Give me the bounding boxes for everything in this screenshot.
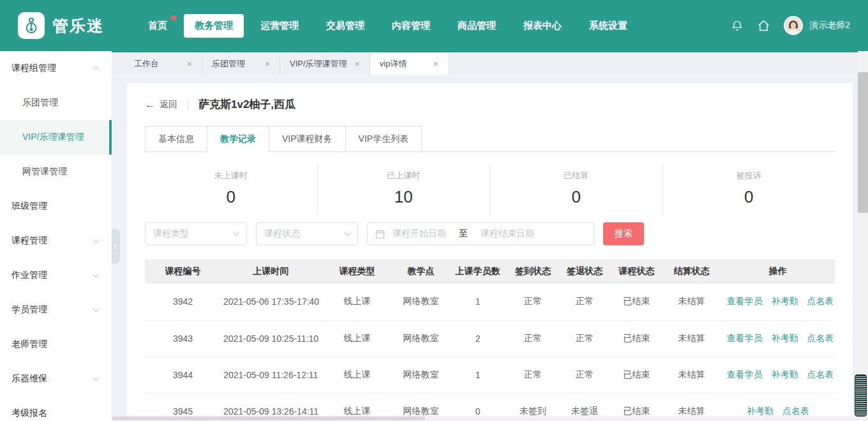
bell-icon[interactable] [731,19,744,33]
makeup-attendance-link[interactable]: 补考勤 [771,296,798,306]
close-icon[interactable]: × [265,59,270,69]
cell-course-id: 3943 [145,320,221,356]
back-button[interactable]: ← 返回 [145,99,177,111]
makeup-attendance-link[interactable]: 补考勤 [771,369,798,379]
stat-label: 已上课时 [318,170,490,181]
cell-course-type: 线上课 [321,393,394,416]
vertical-scrollbar-thumb[interactable] [858,72,868,213]
cell-checkin-status: 未签到 [507,393,558,416]
close-icon[interactable]: × [187,59,192,69]
table-row: 3942 2021-05-06 17:35-17:40 线上课 网络教室 1 正… [145,284,835,320]
cell-course-status: 已结束 [611,356,662,393]
nav-menu-item[interactable]: 内容管理 [381,14,441,38]
brand-name: 管乐迷 [52,15,104,36]
course-status-placeholder: 课程状态 [264,228,300,240]
open-tab[interactable]: 工作台 × [124,52,202,75]
search-button[interactable]: 搜索 [603,222,644,245]
nav-menu-item-label: 商品管理 [458,20,496,31]
makeup-attendance-link[interactable]: 补考勤 [747,406,774,416]
sidebar-collapse-handle[interactable] [112,229,120,264]
sidebar-item[interactable]: 班级管理 [0,189,112,224]
back-arrow-icon: ← [145,99,155,111]
sidebar-item[interactable]: 老师管理 [0,327,112,362]
table-header-row: 课程编号 上课时间 课程类型 教学点 上课学员数 签到状态 签退状态 [145,259,835,284]
table-header-cell: 结算状态 [662,259,721,284]
course-status-select[interactable]: 课程状态 [256,222,358,245]
detail-tab[interactable]: 基本信息 [145,126,207,151]
sidebar-item[interactable]: 课程管理 [0,224,112,258]
nav-menu-item[interactable]: 教务管理 [184,14,244,38]
cell-settle-status: 未结算 [662,356,721,393]
nav-menu-item-label: 内容管理 [392,20,430,31]
nav-menu-item-label: 教务管理 [195,20,233,31]
date-range-input[interactable]: 课程开始日期 至 课程结束日期 [367,222,594,245]
open-tab[interactable]: VIP/乐理课管理 × [280,52,370,75]
nav-menu-item[interactable]: 首页 [137,14,178,38]
course-type-select[interactable]: 课程类型 [145,222,247,245]
nav-menu-item[interactable]: 商品管理 [447,14,507,38]
open-tab[interactable]: vip详情 × [370,52,448,75]
table-header-cell: 课程类型 [321,259,394,284]
table-row: 3945 2021-05-09 13:26-14:11 线上课 网络教室 0 未… [145,393,835,416]
chevron-down-icon [93,272,100,278]
sidebar-item[interactable]: 课程组管理 [0,51,112,86]
view-students-link[interactable]: 查看学员 [727,369,763,379]
detail-tab[interactable]: 教学记录 [207,126,269,151]
sidebar-item-label: 班级管理 [11,201,47,212]
open-tab[interactable]: 乐团管理 × [202,52,280,75]
makeup-attendance-link[interactable]: 补考勤 [771,333,798,343]
close-icon[interactable]: × [355,59,360,69]
app-logo[interactable] [18,12,45,39]
stat-item: 已结算 0 [490,164,663,216]
nav-menu-item[interactable]: 交易管理 [315,14,375,38]
horizontal-scrollbar-thumb[interactable] [112,417,425,420]
content-area: ← 返回 萨克斯1v2柚子,西瓜 基本信息 教学记录 VIP课程财务 [112,75,858,416]
sidebar-item[interactable]: 作业管理 [0,258,112,293]
home-icon[interactable] [757,19,770,33]
stat-item: 未上课时 0 [145,164,318,216]
nav-menu-item[interactable]: 报表中心 [513,14,572,38]
sidebar: 课程组管理 乐团管理 VIP/乐理课管理 网管课管理 班级管理 课程管 [0,51,112,421]
cell-checkin-status: 正常 [507,284,558,320]
cell-time: 2021-05-09 11:26-12:11 [221,356,321,393]
sidebar-item-label: 乐器维保 [11,373,47,385]
roster-link[interactable]: 点名表 [807,333,834,343]
sidebar-item[interactable]: VIP/乐理课管理 [0,120,112,155]
roster-link[interactable]: 点名表 [807,296,834,306]
cell-operations: 查看学员 补考勤 点名表 [721,356,835,393]
sidebar-item[interactable]: 考级报名 [0,396,112,421]
sidebar-item[interactable]: 乐器维保 [0,362,112,396]
cell-checkout-status: 正常 [559,284,611,320]
cell-course-status: 已结束 [611,284,662,320]
stat-item: 被投诉 0 [663,164,835,216]
sidebar-item[interactable]: 学员管理 [0,293,112,327]
roster-link[interactable]: 点名表 [782,406,809,416]
table-header-cell: 上课学员数 [449,259,507,284]
user-avatar[interactable] [784,16,803,35]
view-students-link[interactable]: 查看学员 [727,296,763,306]
date-end-placeholder: 课程结束日期 [481,228,534,240]
stats-row: 未上课时 0 已上课时 10 已结算 0 被投诉 0 [145,164,835,216]
stat-label: 被投诉 [663,170,835,181]
cell-operations: 补考勤 点名表 [721,393,835,416]
date-start-placeholder: 课程开始日期 [393,228,446,240]
brand: 管乐迷 [18,12,104,39]
detail-tab[interactable]: VIP课程财务 [269,126,346,151]
course-type-placeholder: 课程类型 [153,228,189,240]
nav-menu-item[interactable]: 系统设置 [578,14,638,38]
cell-site: 网络教室 [393,320,448,356]
cell-course-type: 线上课 [321,284,394,320]
view-students-link[interactable]: 查看学员 [727,333,763,343]
sidebar-item-label: 乐团管理 [22,97,58,109]
sidebar-item[interactable]: 乐团管理 [0,86,112,120]
user-name[interactable]: 演示老师2 [809,20,850,31]
main-nav: 首页 教务管理 运营管理 交易管理 内容管理 [137,14,644,38]
nav-menu-item[interactable]: 运营管理 [250,14,310,38]
roster-link[interactable]: 点名表 [807,369,834,379]
close-icon[interactable]: × [433,59,438,69]
lessons-table: 课程编号 上课时间 课程类型 教学点 上课学员数 签到状态 签退状态 [145,259,835,416]
nav-menu-item-label: 运营管理 [260,20,299,31]
detail-tab[interactable]: VIP学生列表 [345,126,423,151]
calendar-icon [375,229,385,239]
sidebar-item[interactable]: 网管课管理 [0,155,112,189]
